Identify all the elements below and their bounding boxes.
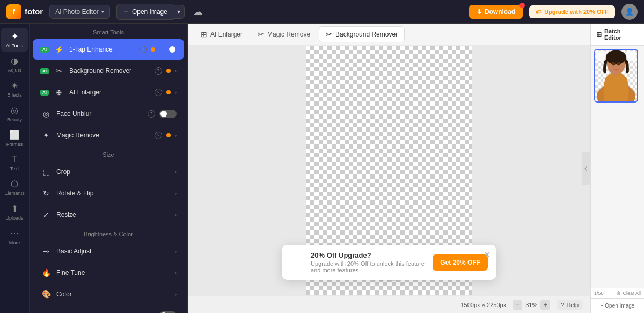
bg-chevron: › bbox=[175, 68, 177, 74]
face-toggle[interactable] bbox=[159, 110, 177, 118]
thumb-tool-delete[interactable]: ✕ bbox=[626, 51, 636, 61]
enhance-icon: ⚡ bbox=[53, 43, 65, 55]
tab-ai-enlarger[interactable]: ⊞ AI Enlarger bbox=[194, 27, 249, 42]
enlarger-ai-badge: AI bbox=[40, 90, 49, 96]
smart-tools-label: Smart Tools bbox=[30, 24, 187, 39]
open-image-right-btn[interactable]: + Open Image bbox=[591, 298, 644, 313]
enlarger-tab-icon: ⊞ bbox=[201, 30, 207, 39]
enlarger-name: AI Enlarger bbox=[69, 89, 150, 96]
sidebar-item-uploads[interactable]: ⬆ Uploads bbox=[1, 200, 28, 224]
text-icon: T bbox=[12, 155, 17, 164]
enlarger-chevron: › bbox=[175, 90, 177, 96]
rotate-icon: ↻ bbox=[40, 187, 52, 199]
magic-dot bbox=[166, 133, 171, 137]
ai-tools-icon: ✦ bbox=[11, 31, 18, 41]
tab-magic-remove[interactable]: ✂ Magic Remove bbox=[251, 27, 317, 42]
tool-crop[interactable]: ⬚ Crop › bbox=[33, 162, 184, 182]
collapse-handle[interactable] bbox=[582, 152, 590, 185]
bg-tab-label: Background Remover bbox=[335, 31, 398, 38]
notification-popup: ✕ 🏷 20% Off Upgrade? Upgrade with 20% Of… bbox=[282, 245, 496, 280]
sidebar-item-beauty[interactable]: ◎ Beauty bbox=[1, 102, 28, 126]
batch-icon: ⊞ bbox=[596, 31, 602, 38]
tool-ai-enlarger[interactable]: AI ⊕ AI Enlarger ? › bbox=[33, 82, 184, 103]
beauty-label: Beauty bbox=[7, 117, 22, 122]
clear-all-btn[interactable]: 🗑 Clear All bbox=[616, 290, 641, 296]
magic-tab-label: Magic Remove bbox=[267, 31, 310, 38]
image-size-label: 1500px × 2250px bbox=[461, 302, 507, 308]
enlarger-tab-label: AI Enlarger bbox=[210, 31, 243, 38]
upgrade-label: Upgrade with 20% OFF bbox=[544, 9, 609, 15]
sidebar-item-text[interactable]: T Text bbox=[1, 151, 28, 174]
effects-icon: ✴ bbox=[11, 81, 18, 91]
sidebar-item-more[interactable]: ⋯ More bbox=[1, 225, 28, 249]
tool-bg-remove[interactable]: AI ✂ Background Remover ? › bbox=[33, 61, 184, 81]
sidebar-item-elements[interactable]: ⬡ Elements bbox=[1, 176, 28, 199]
sidebar-item-ai-tools[interactable]: ✦ AI Tools bbox=[1, 28, 28, 52]
batch-editor-header: ⊞ Batch Editor bbox=[591, 24, 644, 46]
tool-magic-remove[interactable]: ✦ Magic Remove ? › bbox=[33, 125, 184, 145]
logo-text: fotor bbox=[25, 7, 43, 16]
bg-dot bbox=[166, 69, 171, 73]
batch-editor-label: Batch Editor bbox=[604, 28, 639, 41]
enlarger-help-icon[interactable]: ? bbox=[155, 89, 162, 96]
app-mode-caret: ▾ bbox=[101, 9, 104, 14]
bg-ai-badge: AI bbox=[40, 68, 49, 74]
zoom-out-btn[interactable]: − bbox=[513, 300, 522, 310]
avatar[interactable]: 👤 bbox=[621, 4, 638, 20]
notif-cta-btn[interactable]: Get 20% OFF bbox=[433, 254, 488, 271]
sidebar-item-adjust[interactable]: ◑ Adjust bbox=[1, 53, 28, 76]
sidebar-item-effects[interactable]: ✴ Effects bbox=[1, 77, 28, 101]
basic-name: Basic Adjust bbox=[56, 248, 171, 255]
tab-bg-remover[interactable]: ✂ Background Remover bbox=[319, 26, 405, 42]
tool-enhance[interactable]: AI ⚡ 1-Tap Enhance ? bbox=[33, 39, 184, 60]
face-name: Face Unblur bbox=[56, 110, 143, 118]
notif-desc: Upgrade with 20% Off to unlock this feat… bbox=[311, 260, 425, 273]
tool-rotate[interactable]: ↻ Rotate & Flip › bbox=[33, 183, 184, 203]
color-chevron: › bbox=[175, 292, 177, 297]
open-image-caret[interactable]: ▾ bbox=[173, 5, 185, 19]
help-btn[interactable]: ? Help bbox=[557, 300, 583, 310]
resize-chevron: › bbox=[175, 212, 177, 218]
tool-color[interactable]: 🎨 Color › bbox=[33, 284, 184, 304]
cloud-btn[interactable]: ☁ bbox=[191, 4, 205, 20]
thumbnail-item[interactable]: ⚙ ✕ bbox=[594, 49, 638, 103]
open-image-btn[interactable]: ＋ Open Image bbox=[116, 4, 173, 20]
download-btn[interactable]: ⬇ Download bbox=[469, 5, 523, 19]
tool-fine-tune[interactable]: 🔥 Fine Tune › bbox=[33, 263, 184, 283]
rotate-chevron: › bbox=[175, 191, 177, 196]
upgrade-btn[interactable]: 🏷 Upgrade with 20% OFF bbox=[529, 5, 615, 18]
thumb-tool-settings[interactable]: ⚙ bbox=[596, 51, 606, 61]
bg-icon: ✂ bbox=[53, 65, 65, 77]
zoom-in-btn[interactable]: + bbox=[540, 300, 550, 310]
tool-basic-adjust[interactable]: ⊸ Basic Adjust › bbox=[33, 241, 184, 261]
magic-icon: ✦ bbox=[40, 129, 52, 141]
fine-name: Fine Tune bbox=[56, 269, 171, 276]
resize-icon: ⤢ bbox=[40, 209, 52, 221]
enhance-name: 1-Tap Enhance bbox=[69, 46, 135, 53]
svg-point-15 bbox=[617, 62, 620, 66]
sidebar-item-frames[interactable]: ⬜ Frames bbox=[1, 127, 28, 150]
app-mode-btn[interactable]: AI Photo Editor ▾ bbox=[49, 5, 110, 19]
resize-name: Resize bbox=[56, 211, 171, 219]
tab-bar: ⊞ AI Enlarger ✂ Magic Remove ✂ Backgroun… bbox=[188, 24, 590, 45]
enlarger-dot bbox=[166, 90, 171, 94]
open-image-right-label: + Open Image bbox=[601, 303, 635, 309]
bg-help-icon[interactable]: ? bbox=[155, 67, 162, 75]
invert-icon: ◑ bbox=[40, 310, 52, 313]
tool-face-unblur[interactable]: ◎ Face Unblur ? bbox=[33, 104, 184, 124]
beauty-icon: ◎ bbox=[11, 105, 18, 115]
enhance-help-icon[interactable]: ? bbox=[139, 46, 147, 53]
uploads-icon: ⬆ bbox=[11, 203, 18, 214]
magic-tab-icon: ✂ bbox=[258, 30, 264, 39]
thumbnail-area: ⚙ ✕ bbox=[591, 46, 644, 288]
face-help-icon[interactable]: ? bbox=[148, 110, 155, 118]
magic-help-icon[interactable]: ? bbox=[155, 132, 162, 139]
tool-resize[interactable]: ⤢ Resize › bbox=[33, 205, 184, 225]
tool-invert[interactable]: ◑ Invert Colors bbox=[33, 305, 184, 313]
download-label: Download bbox=[485, 8, 515, 16]
face-icon: ◎ bbox=[40, 108, 52, 120]
brightness-label: Brightness & Color bbox=[30, 225, 187, 241]
batch-counter: 1/50 bbox=[594, 290, 604, 296]
enhance-toggle[interactable] bbox=[159, 45, 177, 54]
close-notification-btn[interactable]: ✕ bbox=[481, 249, 492, 260]
